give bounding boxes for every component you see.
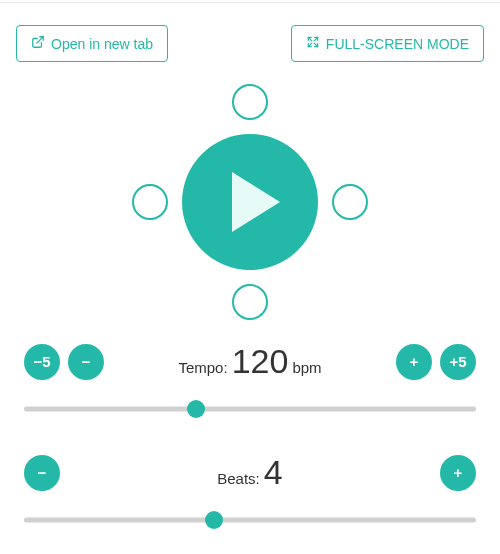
play-button[interactable]: [182, 134, 318, 270]
tempo-control: −5 − Tempo: 120 bpm + +5: [0, 332, 500, 419]
beats-label: Beats: 4: [217, 453, 282, 492]
metronome-visualizer: [0, 72, 500, 332]
beats-slider[interactable]: [24, 510, 476, 530]
beat-dot-4[interactable]: [132, 184, 168, 220]
tempo-slider-thumb[interactable]: [187, 400, 205, 418]
beat-dot-2[interactable]: [332, 184, 368, 220]
beat-dot-3[interactable]: [232, 284, 268, 320]
tempo-dec-1-button[interactable]: −: [68, 344, 104, 380]
beat-dot-1[interactable]: [232, 84, 268, 120]
beats-prefix: Beats:: [217, 470, 260, 487]
tempo-value: 120: [232, 342, 289, 381]
expand-icon: [306, 35, 320, 52]
tempo-inc-1-button[interactable]: +: [396, 344, 432, 380]
open-new-tab-label: Open in new tab: [51, 36, 153, 52]
external-link-icon: [31, 35, 45, 52]
tempo-prefix: Tempo:: [178, 359, 227, 376]
beats-value: 4: [264, 453, 283, 492]
svg-line-0: [37, 37, 43, 43]
tempo-suffix: bpm: [292, 359, 321, 376]
beats-inc-button[interactable]: +: [440, 455, 476, 491]
top-bar: Open in new tab FULL-SCREEN MODE: [0, 2, 500, 62]
fullscreen-label: FULL-SCREEN MODE: [326, 36, 469, 52]
tempo-slider-track: [24, 407, 476, 412]
tempo-label: Tempo: 120 bpm: [178, 342, 321, 381]
play-icon: [232, 172, 280, 232]
beats-dec-button[interactable]: −: [24, 455, 60, 491]
fullscreen-button[interactable]: FULL-SCREEN MODE: [291, 25, 484, 62]
tempo-dec-5-button[interactable]: −5: [24, 344, 60, 380]
beats-slider-track: [24, 518, 476, 523]
beats-slider-thumb[interactable]: [205, 511, 223, 529]
open-new-tab-button[interactable]: Open in new tab: [16, 25, 168, 62]
beats-control: − Beats: 4 +: [0, 443, 500, 530]
tempo-slider[interactable]: [24, 399, 476, 419]
tempo-inc-5-button[interactable]: +5: [440, 344, 476, 380]
